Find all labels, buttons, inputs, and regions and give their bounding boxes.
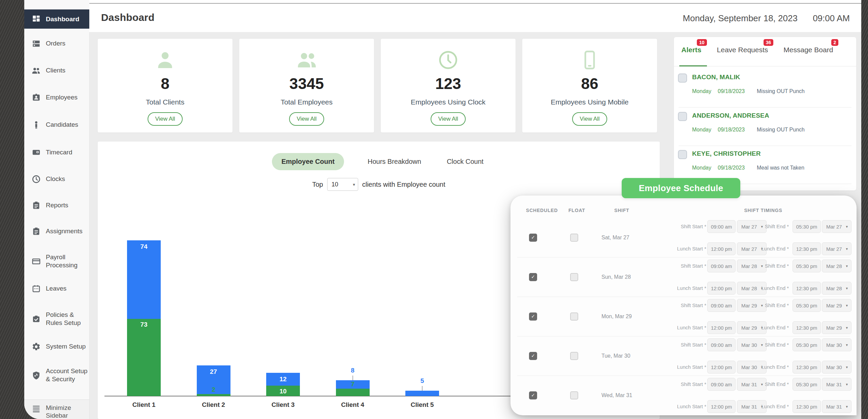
calendar-icon (32, 284, 41, 293)
view-all-button[interactable]: View All (148, 112, 182, 126)
shift-time-field[interactable]: 12:30 pm (793, 361, 821, 373)
scheduled-checkbox[interactable]: ✓ (529, 391, 537, 399)
field-label: Shift Start * (664, 302, 706, 308)
shift-time-field[interactable]: 12:00 pm (707, 400, 736, 413)
sidebar-item-assignments[interactable]: Assignments (24, 222, 89, 241)
shift-day-label: Sat, Mar 27 (601, 235, 652, 241)
view-all-button[interactable]: View All (572, 112, 607, 126)
alert-checkbox[interactable] (678, 112, 687, 121)
view-all-button[interactable]: View All (289, 112, 324, 126)
sidebar-item-clocks[interactable]: Clocks (24, 170, 89, 188)
scheduled-checkbox[interactable]: ✓ (529, 234, 537, 242)
minimize-sidebar-button[interactable]: Minimize Sidebar (24, 399, 89, 419)
shift-time-field[interactable]: 05:30 pm (793, 299, 821, 312)
shift-date-select[interactable]: Mar 27▾ (822, 242, 851, 255)
field-label: Lunch Start * (664, 285, 706, 291)
sidebar-item-employees[interactable]: Employees (24, 88, 89, 107)
shift-time-field[interactable]: 09:00 am (707, 220, 736, 233)
shift-time-field[interactable]: 05:30 pm (793, 378, 821, 391)
shift-time-field[interactable]: 12:00 pm (707, 321, 736, 334)
scheduled-checkbox[interactable]: ✓ (529, 352, 537, 360)
shift-time-field[interactable]: 05:30 pm (793, 220, 821, 233)
shift-time-field[interactable]: 05:30 pm (793, 338, 821, 351)
sidebar-item-leaves[interactable]: Leaves (24, 279, 89, 298)
float-checkbox[interactable] (570, 391, 578, 399)
field-label: Shift End * (755, 263, 789, 269)
shift-date-select[interactable]: Mar 27▾ (822, 220, 851, 233)
date-value: Mar 31 (741, 404, 757, 410)
shift-date-select[interactable]: Mar 30▾ (822, 361, 851, 373)
shift-date-select[interactable]: Mar 31▾ (822, 400, 851, 413)
float-checkbox[interactable] (570, 234, 578, 242)
sidebar-item-clients[interactable]: Clients (24, 61, 89, 80)
timecard-icon (32, 148, 41, 157)
shift-date-select[interactable]: Mar 30▾ (822, 338, 851, 351)
sidebar-item-payroll-processing[interactable]: Payroll Processing (24, 248, 89, 274)
tab-alerts[interactable]: Alerts10 (681, 46, 702, 54)
shift-time-field[interactable]: 12:30 pm (793, 321, 821, 334)
sidebar-item-label: Policies & Rules Setup (46, 311, 89, 327)
shift-time-field[interactable]: 12:00 pm (707, 361, 736, 373)
minimize-icon (32, 404, 41, 414)
scheduled-checkbox[interactable]: ✓ (529, 312, 537, 321)
shift-date-select[interactable]: Mar 31▾ (822, 378, 851, 391)
field-label: Shift Start * (664, 223, 706, 229)
sidebar-item-account-setup-security[interactable]: Account Setup & Security (24, 362, 89, 388)
view-all-button[interactable]: View All (431, 112, 465, 126)
shift-time-field[interactable]: 12:00 pm (707, 242, 736, 255)
sidebar-item-dashboard[interactable]: Dashboard (24, 9, 89, 29)
field-label: Shift Start * (664, 381, 706, 387)
sidebar: DashboardOrdersClientsEmployeesCandidate… (24, 0, 90, 419)
alert-date: 09/18/2023 (718, 88, 745, 94)
shift-date-select[interactable]: Mar 28▾ (822, 260, 851, 272)
badge-count: 36 (764, 39, 774, 46)
sidebar-item-label: Assignments (46, 227, 89, 235)
tab-leave-requests[interactable]: Leave Requests36 (717, 46, 768, 54)
sidebar-item-candidates[interactable]: Candidates (24, 115, 89, 134)
field-label: Shift End * (755, 342, 789, 348)
alert-checkbox[interactable] (678, 150, 687, 159)
shift-time-field[interactable]: 12:00 pm (707, 282, 736, 295)
shift-time-field[interactable]: 09:00 am (707, 299, 736, 312)
float-checkbox[interactable] (570, 352, 578, 360)
shift-time-field[interactable]: 12:30 pm (793, 282, 821, 295)
bar-segment-blue-client-5 (405, 391, 439, 396)
shift-time-field[interactable]: 05:30 pm (793, 260, 821, 272)
sidebar-item-reports[interactable]: Reports (24, 196, 89, 215)
bar-segment-blue-client-1 (127, 240, 161, 319)
float-checkbox[interactable] (570, 312, 578, 321)
chevron-down-icon: ▾ (846, 405, 848, 409)
sidebar-item-timecard[interactable]: Timecard (24, 143, 89, 162)
shift-date-select[interactable]: Mar 28▾ (822, 282, 851, 295)
shift-time-field[interactable]: 12:30 pm (793, 400, 821, 413)
alert-checkbox[interactable] (678, 73, 687, 83)
bar-value-label: 7 (336, 381, 370, 388)
tab-message-board[interactable]: Message Board2 (783, 46, 833, 54)
alert-employee-name[interactable]: ANDERSON, ANDRESEA (692, 112, 769, 119)
shift-time-field[interactable]: 09:00 am (707, 378, 736, 391)
shift-time-field[interactable]: 09:00 am (707, 260, 736, 272)
clients-icon (32, 66, 41, 75)
scheduled-checkbox[interactable]: ✓ (529, 273, 537, 281)
bar-value-label: 74 (127, 243, 161, 250)
float-checkbox[interactable] (570, 273, 578, 281)
chevron-down-icon: ▾ (846, 382, 848, 387)
shift-time-field[interactable]: 09:00 am (707, 338, 736, 351)
field-label: Lunch End * (755, 246, 789, 251)
alert-employee-name[interactable]: KEYE, CHRISTOPHER (692, 150, 761, 157)
header-bar: Dashboard Monday, September 18, 2023 09:… (89, 4, 861, 32)
shift-time-field[interactable]: 12:30 pm (793, 242, 821, 255)
field-label: Shift Start * (664, 342, 706, 348)
shift-date-select[interactable]: Mar 29▾ (822, 299, 851, 312)
sidebar-item-label: Clients (46, 66, 89, 74)
date-value: Mar 27 (826, 246, 842, 252)
shift-date-select[interactable]: Mar 29▾ (822, 321, 851, 334)
sidebar-item-orders[interactable]: Orders (24, 34, 89, 53)
stat-card-employees-using-mobile: 86Employees Using MobileView All (522, 39, 657, 132)
alert-employee-name[interactable]: BACON, MALIK (692, 73, 740, 81)
row-divider (517, 336, 850, 336)
date-value: Mar 30 (826, 342, 842, 348)
sidebar-item-policies-rules-setup[interactable]: Policies & Rules Setup (24, 306, 89, 332)
sidebar-item-system-setup[interactable]: System Setup (24, 337, 89, 356)
sidebar-item-label: Orders (46, 39, 89, 48)
